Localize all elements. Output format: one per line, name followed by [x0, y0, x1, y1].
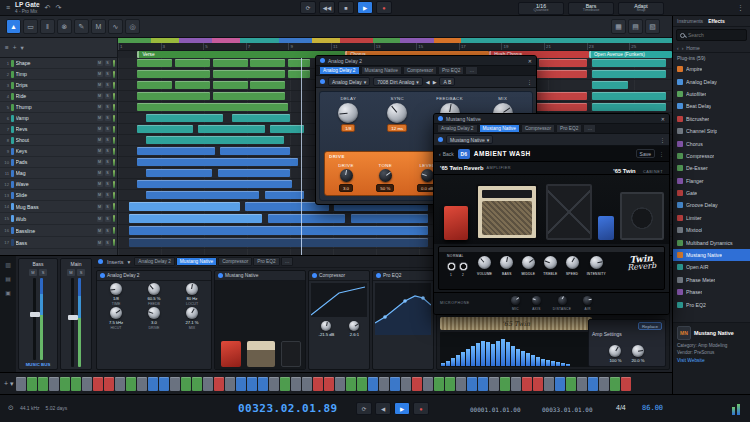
overview-block[interactable]	[533, 377, 543, 391]
performance-icon[interactable]: ⊙	[8, 404, 14, 412]
overview-block[interactable]	[170, 377, 180, 391]
browser-item-phaser[interactable]: Phaser	[673, 286, 750, 298]
insert-panel-header[interactable]: Pro EQ2	[373, 271, 433, 281]
overview-block[interactable]	[357, 377, 367, 391]
overview-block[interactable]	[203, 377, 213, 391]
track-header[interactable]: 1ShapeMS	[0, 58, 117, 69]
mute-button[interactable]: M	[97, 60, 103, 66]
insert-panel-header[interactable]: Analog Delay 2	[97, 271, 211, 281]
redo-icon[interactable]: ↷	[55, 4, 61, 12]
track-header[interactable]: 10PadsMS	[0, 157, 117, 168]
audio-clip[interactable]	[220, 147, 289, 155]
channel-strip-main[interactable]: Main M S	[60, 258, 92, 370]
display-timebase[interactable]: BarsTimebase	[568, 2, 614, 15]
audio-clip[interactable]	[213, 81, 248, 89]
solo-button[interactable]: S	[105, 192, 111, 198]
overview-block[interactable]	[192, 377, 202, 391]
mute-button[interactable]: M	[67, 269, 75, 276]
power-icon[interactable]	[438, 137, 443, 142]
more-options-icon[interactable]: ⋮	[660, 137, 665, 143]
audio-clip[interactable]	[137, 180, 292, 188]
amp-volume-knob[interactable]	[478, 256, 491, 269]
overview-block[interactable]	[390, 377, 400, 391]
overview-block[interactable]	[599, 377, 609, 391]
overview-block[interactable]	[302, 377, 312, 391]
overview-block[interactable]	[522, 377, 532, 391]
browser-item-pro-eq2[interactable]: Pro EQ2	[673, 298, 750, 310]
track-header[interactable]: 9KeysMS	[0, 146, 117, 157]
playback-position[interactable]: 00323.02.01.89	[238, 402, 338, 415]
audio-clip[interactable]	[213, 92, 286, 100]
browser-group-header[interactable]: Plug-ins (59)	[673, 53, 750, 63]
insert-panel-header[interactable]: Mustang Native	[215, 271, 305, 281]
overview-block[interactable]	[577, 377, 587, 391]
power-icon[interactable]	[320, 79, 325, 84]
power-icon[interactable]	[312, 273, 317, 278]
power-icon[interactable]	[376, 273, 381, 278]
overview-block[interactable]	[313, 377, 323, 391]
mute-button[interactable]: M	[97, 240, 103, 246]
browser-item-autofilter[interactable]: Autofilter	[673, 88, 750, 100]
browser-item-mixtool[interactable]: Mixtool	[673, 224, 750, 236]
red-pedal-image[interactable]	[444, 206, 468, 240]
cabinet-image[interactable]	[546, 184, 592, 240]
mic-mic-knob[interactable]	[511, 296, 520, 305]
solo-button[interactable]: S	[105, 170, 111, 176]
twin-amp-image[interactable]	[476, 184, 538, 240]
audio-clip[interactable]	[137, 147, 215, 155]
browser-item-limiter[interactable]: Limiter	[673, 212, 750, 224]
device-select[interactable]: Mustang Native▾	[446, 135, 493, 144]
solo-button[interactable]: S	[105, 228, 111, 234]
overview-block[interactable]	[214, 377, 224, 391]
fader-cap[interactable]	[68, 315, 78, 320]
overview-block[interactable]	[126, 377, 136, 391]
track-header[interactable]: 7RevsMS	[0, 124, 117, 135]
blue-pedal-image[interactable]	[598, 216, 614, 240]
mute-button[interactable]: M	[97, 170, 103, 176]
amp-bass-knob[interactable]	[500, 256, 513, 269]
overview-block[interactable]	[566, 377, 576, 391]
audio-clip[interactable]	[146, 136, 285, 144]
track-header[interactable]: 16BasslineMS	[0, 225, 117, 237]
overview-block[interactable]	[324, 377, 334, 391]
solo-button[interactable]: S	[105, 240, 111, 246]
audio-clip[interactable]	[137, 81, 172, 89]
marker-verse[interactable]: Verse	[137, 51, 345, 58]
track-header[interactable]: 2TimpMS	[0, 69, 117, 80]
p1-mix-knob[interactable]	[186, 307, 198, 319]
drive-drive-knob[interactable]	[340, 169, 353, 182]
playhead[interactable]	[301, 58, 302, 255]
mic-distance-knob[interactable]	[558, 296, 567, 305]
overview-block[interactable]	[434, 377, 444, 391]
track-header[interactable]: 13SlideMS	[0, 190, 117, 201]
power-icon[interactable]	[438, 116, 443, 121]
insert-tab-compressor[interactable]: Compressor	[403, 66, 437, 75]
mute-button[interactable]: M	[97, 181, 103, 187]
track-header[interactable]: 17BassMS	[0, 237, 117, 249]
device-select[interactable]: Analog Delay▾	[328, 77, 370, 86]
main-menu-icon[interactable]: ≡	[6, 4, 10, 11]
audio-clip[interactable]	[137, 59, 172, 67]
overview-block[interactable]	[60, 377, 70, 391]
overview-block[interactable]	[412, 377, 422, 391]
overview-block[interactable]	[115, 377, 125, 391]
mute-button[interactable]: M	[97, 137, 103, 143]
insert-tab-pro-eq2[interactable]: Pro EQ2	[253, 257, 279, 266]
delay-delay-knob[interactable]	[338, 103, 358, 123]
amplifier-name[interactable]: '65 Twin Reverb	[440, 165, 483, 171]
tab-instruments[interactable]: Instruments	[677, 18, 703, 24]
browser-item-chorus[interactable]: Chorus	[673, 137, 750, 149]
speaker-cabinet-image[interactable]	[620, 192, 664, 240]
track-header[interactable]: 12WaveMS	[0, 179, 117, 190]
insert-tab-analog-delay-2[interactable]: Analog Delay 2	[437, 124, 478, 133]
browser-item-gate[interactable]: Gate	[673, 187, 750, 199]
ab-compare-button[interactable]: A B	[439, 77, 455, 86]
browser-item-multiband-dynamics[interactable]: Multiband Dynamics	[673, 236, 750, 248]
overview-block[interactable]	[555, 377, 565, 391]
stop-button[interactable]: ■	[338, 1, 354, 14]
audio-clip[interactable]	[137, 125, 192, 133]
window-titlebar[interactable]: Mustang Native ✕	[434, 114, 669, 124]
tempo[interactable]: 86.00	[642, 404, 663, 412]
track-list-menu-icon[interactable]: ≡	[5, 44, 9, 51]
audio-clip[interactable]	[129, 226, 428, 235]
